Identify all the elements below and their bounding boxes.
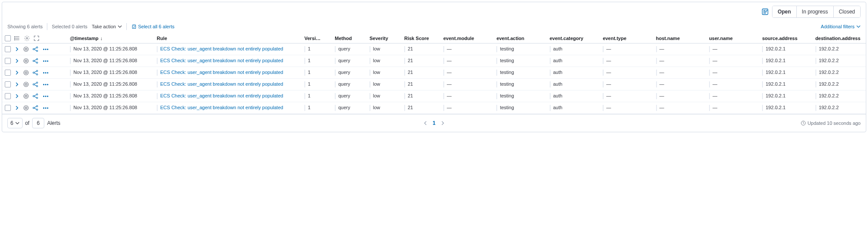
- row-checkbox[interactable]: [5, 105, 11, 111]
- select-all-button[interactable]: Select all 6 alerts: [131, 24, 175, 29]
- cell-destination-address: 192.0.2.2: [815, 93, 839, 99]
- cell-user-name: —: [709, 93, 717, 99]
- svg-point-29: [33, 95, 34, 97]
- expand-row-button[interactable]: [14, 94, 20, 99]
- col-event-type[interactable]: event.type: [600, 33, 653, 44]
- analyzer-icon[interactable]: [33, 105, 40, 111]
- prev-page-button[interactable]: [423, 121, 427, 125]
- updated-label: Updated 10 seconds ago: [808, 121, 861, 126]
- cell-event-type: —: [603, 93, 611, 99]
- svg-point-26: [36, 85, 38, 87]
- event-fields-icon[interactable]: [14, 35, 20, 41]
- expand-row-button[interactable]: [14, 58, 20, 64]
- investigate-icon[interactable]: [23, 81, 29, 87]
- cell-event-category: auth: [550, 105, 562, 111]
- svg-point-1: [766, 10, 768, 11]
- investigate-icon[interactable]: [23, 70, 29, 76]
- investigate-icon[interactable]: [23, 46, 29, 52]
- analyzer-icon[interactable]: [33, 93, 40, 99]
- cell-user-name: —: [709, 81, 717, 87]
- settings-gear-icon[interactable]: [24, 35, 30, 41]
- status-open-button[interactable]: Open: [772, 6, 796, 17]
- col-method[interactable]: Method: [332, 33, 367, 44]
- timeline-icon[interactable]: [762, 8, 769, 15]
- row-checkbox[interactable]: [5, 93, 11, 99]
- analyzer-icon[interactable]: [33, 46, 40, 52]
- row-checkbox[interactable]: [5, 81, 11, 87]
- cell-event-type: —: [603, 58, 611, 64]
- rule-link[interactable]: ECS Check: user_agent breakdown not enti…: [160, 46, 283, 51]
- col-event-module[interactable]: event.module: [441, 33, 494, 44]
- col-event-action[interactable]: event.action: [494, 33, 547, 44]
- more-actions-button[interactable]: •••: [43, 47, 49, 52]
- fullscreen-icon[interactable]: [33, 35, 40, 41]
- cell-method: query: [335, 70, 350, 76]
- col-timestamp[interactable]: @timestamp↓: [67, 33, 154, 44]
- cell-source-address: 192.0.2.1: [762, 81, 785, 87]
- take-action-dropdown[interactable]: Take action: [92, 24, 122, 29]
- cell-timestamp: Nov 13, 2020 @ 11:25:26.808: [70, 70, 137, 76]
- col-host-name[interactable]: host.name: [653, 33, 706, 44]
- expand-row-button[interactable]: [14, 105, 20, 110]
- cell-timestamp: Nov 13, 2020 @ 11:25:26.808: [70, 93, 137, 99]
- table-row: •••Nov 13, 2020 @ 11:25:26.808ECS Check:…: [2, 90, 866, 102]
- svg-point-33: [25, 107, 27, 109]
- pagination: 1: [423, 120, 445, 126]
- next-page-button[interactable]: [441, 121, 445, 125]
- cell-source-address: 192.0.2.1: [762, 105, 785, 111]
- svg-point-32: [24, 106, 29, 110]
- status-closed-button[interactable]: Closed: [833, 6, 860, 17]
- svg-point-22: [24, 82, 29, 87]
- more-actions-button[interactable]: •••: [43, 94, 49, 99]
- rule-link[interactable]: ECS Check: user_agent breakdown not enti…: [160, 105, 283, 110]
- svg-point-18: [25, 72, 27, 74]
- more-actions-button[interactable]: •••: [43, 82, 49, 87]
- more-actions-button[interactable]: •••: [43, 59, 49, 64]
- expand-row-button[interactable]: [14, 47, 20, 52]
- col-rule[interactable]: Rule: [154, 33, 302, 44]
- svg-point-35: [36, 105, 38, 107]
- rule-link[interactable]: ECS Check: user_agent breakdown not enti…: [160, 58, 283, 63]
- col-source-address[interactable]: source.address: [759, 33, 812, 44]
- analyzer-icon[interactable]: [33, 58, 40, 64]
- cell-host-name: —: [656, 81, 664, 87]
- row-checkbox[interactable]: [5, 46, 11, 52]
- additional-filters-dropdown[interactable]: Additional filters: [821, 24, 861, 29]
- expand-row-button[interactable]: [14, 70, 20, 75]
- divider: [126, 23, 127, 30]
- svg-point-10: [36, 47, 38, 48]
- col-event-category[interactable]: event.category: [547, 33, 600, 44]
- cell-event-module: —: [443, 46, 452, 52]
- col-risk-score[interactable]: Risk Score: [402, 33, 441, 44]
- status-inprogress-button[interactable]: In progress: [796, 6, 833, 17]
- more-actions-button[interactable]: •••: [43, 106, 49, 110]
- select-all-checkbox[interactable]: [5, 35, 11, 41]
- current-page[interactable]: 1: [432, 120, 436, 126]
- investigate-icon[interactable]: [23, 58, 29, 64]
- analyzer-icon[interactable]: [33, 70, 40, 76]
- chevron-down-icon: [118, 24, 122, 29]
- rule-link[interactable]: ECS Check: user_agent breakdown not enti…: [160, 93, 283, 98]
- cell-event-action: testing: [496, 58, 514, 64]
- col-destination-address[interactable]: destination.address: [813, 33, 866, 44]
- col-user-name[interactable]: user.name: [706, 33, 759, 44]
- col-version[interactable]: Versi…: [302, 33, 332, 44]
- rule-link[interactable]: ECS Check: user_agent breakdown not enti…: [160, 70, 283, 75]
- svg-point-16: [36, 62, 38, 63]
- row-checkbox[interactable]: [5, 58, 11, 64]
- col-severity[interactable]: Severity: [367, 33, 402, 44]
- cell-event-category: auth: [550, 46, 562, 52]
- investigate-icon[interactable]: [23, 93, 29, 99]
- rule-link[interactable]: ECS Check: user_agent breakdown not enti…: [160, 81, 283, 87]
- cell-host-name: —: [656, 105, 664, 111]
- expand-row-button[interactable]: [14, 82, 20, 87]
- analyzer-icon[interactable]: [33, 81, 40, 87]
- more-actions-button[interactable]: •••: [43, 70, 49, 75]
- row-checkbox[interactable]: [5, 70, 11, 76]
- investigate-icon[interactable]: [23, 105, 29, 111]
- svg-point-23: [25, 84, 27, 85]
- page-size-select[interactable]: 6: [7, 118, 23, 128]
- cell-severity: low: [370, 105, 380, 111]
- divider: [47, 23, 47, 30]
- cell-host-name: —: [656, 46, 664, 52]
